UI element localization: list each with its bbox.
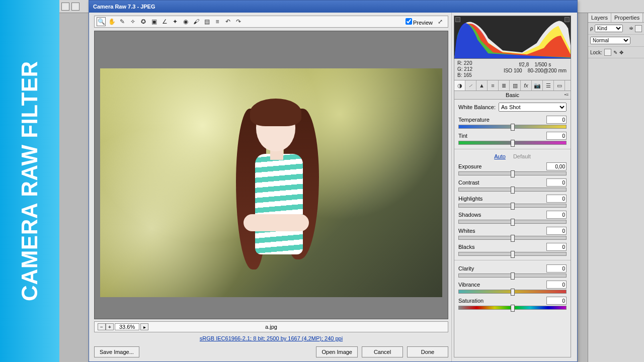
whites-input[interactable] bbox=[546, 227, 567, 235]
tab-detail-icon[interactable]: ▲ bbox=[476, 80, 488, 90]
temperature-slider[interactable] bbox=[458, 125, 567, 129]
shadows-input[interactable] bbox=[546, 211, 567, 219]
preview-checkbox[interactable] bbox=[406, 18, 412, 25]
temperature-label: Temperature bbox=[458, 117, 490, 123]
white-balance-select[interactable]: As Shot bbox=[499, 103, 567, 112]
lock-move-icon[interactable]: ✥ bbox=[619, 50, 623, 55]
vibrance-slider[interactable] bbox=[458, 290, 567, 294]
temperature-input[interactable] bbox=[546, 116, 567, 124]
info-readout: R: 220 G: 212 B: 165 f/2,8 1/500 s ISO 1… bbox=[454, 59, 571, 80]
spot-removal-tool-icon[interactable]: ✦ bbox=[171, 17, 180, 26]
contrast-label: Contrast bbox=[458, 179, 479, 186]
rotate-cw-icon[interactable]: ↷ bbox=[234, 17, 243, 26]
saturation-slider[interactable] bbox=[458, 306, 567, 310]
contrast-input[interactable] bbox=[546, 178, 567, 187]
highlights-input[interactable] bbox=[546, 195, 567, 203]
layer-kind-select[interactable]: Kind bbox=[595, 25, 623, 32]
photoshop-right-panels: Layers Properties ρ Kind ≑ Normal Lock: … bbox=[588, 13, 644, 362]
tint-label: Tint bbox=[458, 133, 467, 139]
straighten-tool-icon[interactable]: ∠ bbox=[160, 17, 169, 26]
dialog-footer: Save Image... Open Image Cancel Done bbox=[94, 346, 448, 357]
tab-fx-icon[interactable]: fx bbox=[521, 80, 532, 90]
red-eye-tool-icon[interactable]: ◉ bbox=[181, 17, 190, 26]
dialog-titlebar[interactable]: Camera Raw 7.3 - JPEG bbox=[89, 1, 577, 13]
readout-shutter: 1/500 s bbox=[534, 62, 551, 67]
zoom-bar: − + 33.6% ▸ a.jpg bbox=[94, 321, 448, 332]
color-sampler-tool-icon[interactable]: ✧ bbox=[128, 17, 137, 26]
exposure-slider[interactable] bbox=[458, 171, 567, 175]
highlights-label: Highlights bbox=[458, 196, 482, 202]
options-icon[interactable] bbox=[71, 3, 79, 11]
tab-presets-icon[interactable]: ☰ bbox=[543, 80, 554, 90]
cancel-button[interactable]: Cancel bbox=[362, 346, 403, 357]
tab-split-icon[interactable]: ≣ bbox=[499, 80, 510, 90]
blacks-input[interactable] bbox=[546, 243, 567, 251]
tab-lens-icon[interactable]: ▥ bbox=[510, 80, 521, 90]
saturation-input[interactable] bbox=[546, 297, 567, 305]
whites-slider[interactable] bbox=[458, 236, 567, 240]
shadow-clip-icon[interactable] bbox=[455, 17, 460, 22]
zoom-value[interactable]: 33.6% bbox=[115, 323, 139, 330]
workflow-options-link[interactable]: sRGB IEC61966-2.1; 8 bit; 2500 by 1667 (… bbox=[200, 335, 343, 341]
readout-iso: ISO 100 bbox=[504, 68, 522, 73]
tab-tonecurve-icon[interactable]: ⟋ bbox=[465, 80, 476, 90]
blend-mode-select[interactable]: Normal bbox=[590, 37, 630, 44]
open-image-button[interactable]: Open Image bbox=[316, 346, 358, 357]
preferences-icon[interactable]: ≡ bbox=[213, 17, 222, 26]
exposure-input[interactable] bbox=[546, 162, 567, 170]
temperature-row: Temperature bbox=[458, 116, 567, 129]
rotate-ccw-icon[interactable]: ↶ bbox=[223, 17, 232, 26]
save-image-button[interactable]: Save Image... bbox=[94, 346, 139, 357]
done-button[interactable]: Done bbox=[407, 346, 448, 357]
saturation-label: Saturation bbox=[458, 298, 484, 304]
preview-area[interactable] bbox=[94, 31, 448, 319]
adjustment-brush-icon[interactable]: 🖌 bbox=[192, 17, 201, 26]
adjustment-tabs: ◑ ⟋ ▲ ≡ ≣ ▥ fx 📷 ☰ ▭ bbox=[454, 80, 571, 91]
tutorial-banner: CAMERA RAW FILTER bbox=[0, 0, 59, 362]
lock-pixels-icon[interactable] bbox=[604, 49, 611, 56]
tab-properties[interactable]: Properties bbox=[611, 13, 643, 22]
shadows-label: Shadows bbox=[458, 212, 481, 218]
filter-icon[interactable] bbox=[635, 25, 642, 32]
vibrance-input[interactable] bbox=[546, 281, 567, 289]
preview-toggle[interactable]: Preview bbox=[406, 18, 433, 26]
options-icon[interactable] bbox=[61, 3, 69, 11]
clarity-label: Clarity bbox=[458, 265, 474, 272]
zoom-out-button[interactable]: − bbox=[98, 323, 106, 330]
clarity-input[interactable] bbox=[546, 264, 567, 273]
shadows-slider[interactable] bbox=[458, 220, 567, 224]
tab-camera-icon[interactable]: 📷 bbox=[532, 80, 543, 90]
zoom-in-button[interactable]: + bbox=[106, 323, 114, 330]
preview-image bbox=[100, 68, 442, 297]
white-balance-tool-icon[interactable]: ✎ bbox=[118, 17, 127, 26]
histogram-svg bbox=[454, 16, 571, 58]
tab-basic-icon[interactable]: ◑ bbox=[454, 80, 465, 90]
camera-raw-dialog: Camera Raw 7.3 - JPEG 🔍 ✋ ✎ ✧ ✪ ▣ ∠ ✦ ◉ … bbox=[89, 0, 578, 362]
camera-raw-toolbar: 🔍 ✋ ✎ ✧ ✪ ▣ ∠ ✦ ◉ 🖌 ▤ ≡ ↶ ↷ Preview ⤢ bbox=[94, 16, 448, 28]
contrast-slider[interactable] bbox=[458, 188, 567, 192]
lock-brush-icon[interactable]: ✎ bbox=[613, 50, 617, 55]
tab-layers[interactable]: Layers bbox=[588, 13, 611, 22]
tab-hsl-icon[interactable]: ≡ bbox=[488, 80, 499, 90]
graduated-filter-icon[interactable]: ▤ bbox=[202, 17, 211, 26]
white-balance-label: White Balance: bbox=[458, 104, 496, 110]
tint-slider[interactable] bbox=[458, 141, 567, 145]
targeted-adjust-tool-icon[interactable]: ✪ bbox=[139, 17, 148, 26]
zoom-menu-button[interactable]: ▸ bbox=[140, 323, 148, 330]
tint-input[interactable] bbox=[546, 132, 567, 140]
hand-tool-icon[interactable]: ✋ bbox=[107, 17, 116, 26]
crop-tool-icon[interactable]: ▣ bbox=[149, 17, 158, 26]
highlight-clip-icon[interactable] bbox=[565, 17, 570, 22]
clarity-slider[interactable] bbox=[458, 274, 567, 278]
tab-snapshots-icon[interactable]: ▭ bbox=[554, 80, 565, 90]
fullscreen-icon[interactable]: ⤢ bbox=[436, 17, 445, 26]
vibrance-label: Vibrance bbox=[458, 282, 480, 288]
auto-link[interactable]: Auto bbox=[494, 153, 506, 159]
panel-header: Basic ▪≡ bbox=[454, 91, 571, 100]
histogram[interactable] bbox=[454, 16, 571, 59]
zoom-tool-icon[interactable]: 🔍 bbox=[97, 17, 106, 26]
workflow-options-bar: sRGB IEC61966-2.1; 8 bit; 2500 by 1667 (… bbox=[94, 335, 448, 341]
blacks-slider[interactable] bbox=[458, 252, 567, 256]
panel-menu-icon[interactable]: ▪≡ bbox=[565, 92, 569, 97]
highlights-slider[interactable] bbox=[458, 204, 567, 208]
